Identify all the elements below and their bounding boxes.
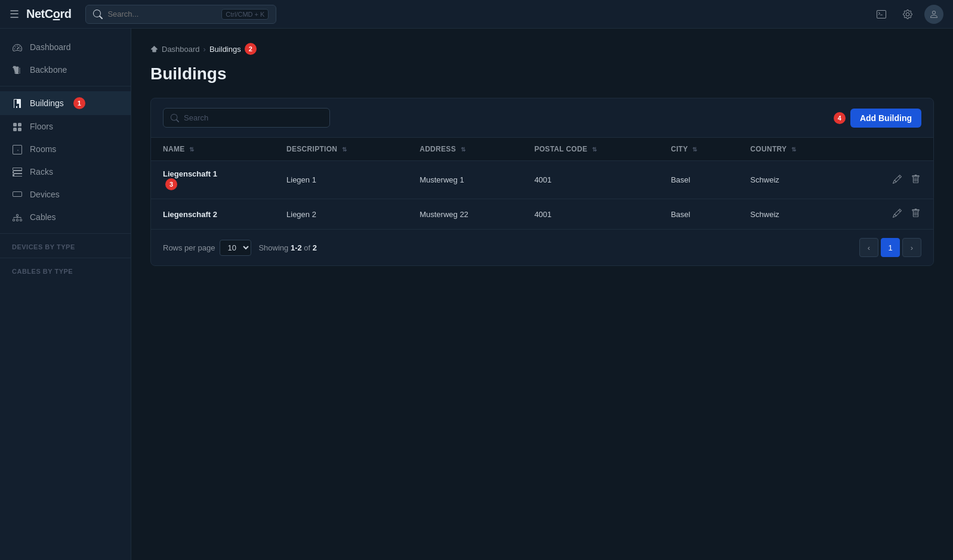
racks-icon — [12, 166, 23, 177]
next-page-button[interactable]: › — [902, 238, 921, 257]
sidebar-item-dashboard[interactable]: Dashboard — [0, 36, 131, 58]
page-title: Buildings — [150, 64, 934, 83]
sidebar-item-floors[interactable]: Floors — [0, 115, 131, 138]
col-name[interactable]: NAME ⇅ — [151, 138, 275, 161]
col-description[interactable]: DESCRIPTION ⇅ — [275, 138, 408, 161]
user-avatar[interactable] — [924, 5, 943, 24]
cell-country: Schweiz — [738, 199, 848, 230]
cables-icon — [12, 212, 23, 222]
search-shortcut: Ctrl/CMD + K — [221, 9, 269, 20]
sidebar-section-cables-by-type: CABLES BY TYPE — [0, 263, 131, 277]
showing-range: 1-2 — [291, 243, 302, 252]
breadcrumb: Dashboard › Buildings 2 — [150, 43, 934, 55]
col-postal-code[interactable]: POSTAL CODE ⇅ — [522, 138, 659, 161]
global-search-input[interactable] — [107, 10, 217, 18]
topbar: ☰ NetCord Ctrl/CMD + K — [0, 0, 953, 29]
buildings-table-container: 4 Add Building NAME ⇅ DESCRIPTION ⇅ — [150, 98, 934, 266]
sidebar-item-rooms[interactable]: Rooms — [0, 138, 131, 160]
backbone-icon — [12, 64, 23, 75]
user-icon — [929, 10, 939, 19]
main-content: Dashboard › Buildings 2 Buildings 4 Add … — [131, 29, 953, 560]
col-country[interactable]: COUNTRY ⇅ — [738, 138, 848, 161]
sort-name-icon: ⇅ — [189, 146, 194, 153]
sidebar-divider-1 — [0, 86, 131, 86]
delete-row-button[interactable] — [910, 174, 921, 187]
sidebar-item-backbone[interactable]: Backbone — [0, 58, 131, 81]
table-row: Liegenschaft 2Liegen 2Musterweg 224001Ba… — [151, 199, 933, 230]
table-search[interactable] — [163, 108, 330, 128]
showing-total: 2 — [313, 243, 317, 252]
terminal-icon — [877, 10, 886, 19]
sidebar-item-buildings[interactable]: Buildings 1 — [0, 91, 131, 115]
table-header-row: NAME ⇅ DESCRIPTION ⇅ ADDRESS ⇅ POSTAL — [151, 138, 933, 161]
sidebar-label-buildings: Buildings — [30, 98, 64, 108]
global-search[interactable]: Ctrl/CMD + K — [85, 5, 276, 24]
topbar-actions — [872, 5, 943, 24]
edit-icon — [893, 209, 902, 218]
sidebar-label-floors: Floors — [30, 122, 53, 131]
sidebar-label-rooms: Rooms — [30, 144, 56, 154]
settings-icon — [903, 10, 912, 19]
row-badge: 3 — [165, 178, 177, 190]
breadcrumb-badge: 2 — [245, 43, 257, 55]
sort-description-icon: ⇅ — [342, 146, 347, 153]
sort-country-icon: ⇅ — [791, 146, 796, 153]
sort-city-icon: ⇅ — [692, 146, 697, 153]
sidebar-item-racks[interactable]: Racks — [0, 160, 131, 183]
breadcrumb-current: Buildings 2 — [209, 43, 257, 55]
edit-row-button[interactable] — [892, 208, 903, 221]
rows-per-page: Rows per page 10 25 50 — [163, 240, 251, 256]
add-button-badge: 4 — [834, 112, 846, 124]
terminal-button[interactable] — [872, 5, 891, 24]
sidebar-label-racks: Racks — [30, 167, 53, 177]
cell-actions — [849, 199, 933, 230]
rooms-icon — [12, 144, 23, 154]
sidebar-section-devices-by-type: DEVICES BY TYPE — [0, 239, 131, 253]
breadcrumb-separator: › — [203, 45, 206, 54]
home-icon — [150, 45, 158, 53]
page-1-button[interactable]: 1 — [881, 238, 900, 257]
delete-row-button[interactable] — [910, 208, 921, 221]
edit-row-button[interactable] — [892, 174, 903, 187]
table-toolbar: 4 Add Building — [151, 98, 933, 138]
sidebar-divider-3 — [0, 258, 131, 258]
dashboard-icon — [12, 42, 23, 52]
col-city[interactable]: CITY ⇅ — [659, 138, 738, 161]
trash-icon — [911, 209, 920, 218]
buildings-table: NAME ⇅ DESCRIPTION ⇅ ADDRESS ⇅ POSTAL — [151, 138, 933, 229]
prev-page-button[interactable]: ‹ — [859, 238, 878, 257]
table-row: Liegenschaft 13Liegen 1Musterweg 14001Ba… — [151, 161, 933, 199]
cell-city: Basel — [659, 161, 738, 199]
buildings-icon — [12, 98, 23, 109]
sort-postal-icon: ⇅ — [592, 146, 597, 153]
devices-icon — [12, 189, 23, 200]
showing-text: Showing 1-2 of 2 — [258, 243, 317, 252]
breadcrumb-dashboard[interactable]: Dashboard — [162, 45, 200, 54]
rows-per-page-select[interactable]: 10 25 50 — [220, 240, 251, 256]
col-address[interactable]: ADDRESS ⇅ — [408, 138, 522, 161]
sidebar-item-cables[interactable]: Cables — [0, 206, 131, 228]
cell-postal-code: 4001 — [522, 161, 659, 199]
table-footer: Rows per page 10 25 50 Showing 1-2 of 2 … — [151, 229, 933, 265]
menu-icon[interactable]: ☰ — [10, 8, 19, 21]
sidebar-item-devices[interactable]: Devices — [0, 183, 131, 206]
search-icon — [93, 10, 103, 19]
layout: Dashboard Backbone Buildings 1 Floors — [0, 29, 953, 560]
sidebar-label-devices: Devices — [30, 190, 60, 199]
sidebar-label-backbone: Backbone — [30, 65, 67, 75]
cell-city: Basel — [659, 199, 738, 230]
settings-button[interactable] — [898, 5, 917, 24]
cell-actions — [849, 161, 933, 199]
sidebar-label-cables: Cables — [30, 212, 56, 222]
floors-icon — [12, 121, 23, 132]
add-building-button[interactable]: Add Building — [850, 109, 921, 128]
table-search-input[interactable] — [184, 113, 322, 122]
app-logo: NetCord — [26, 7, 71, 21]
cell-description: Liegen 1 — [275, 161, 408, 199]
cell-name: Liegenschaft 2 — [151, 199, 275, 230]
table-search-icon — [171, 114, 179, 122]
rows-per-page-label: Rows per page — [163, 243, 215, 252]
col-actions — [849, 138, 933, 161]
sidebar-divider-2 — [0, 233, 131, 234]
cell-postal-code: 4001 — [522, 199, 659, 230]
